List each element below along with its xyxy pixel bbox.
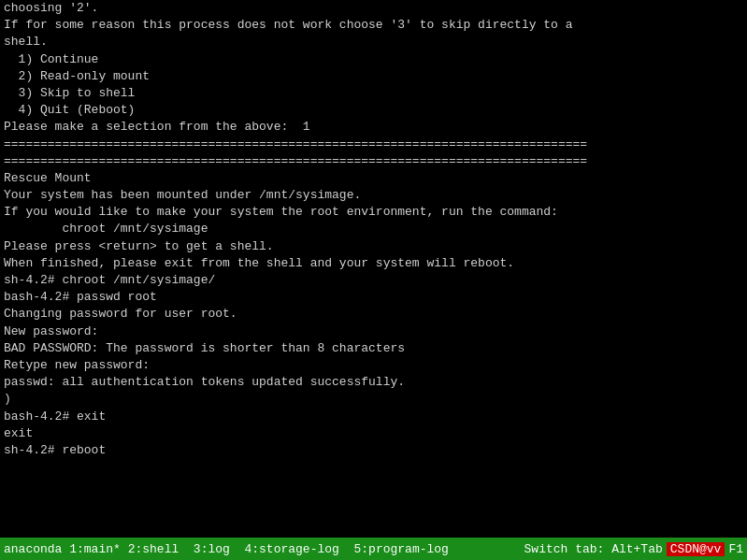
brand-label: CSDN@vv [667,542,725,556]
terminal-line: When finished, please exit from the shel… [4,255,743,272]
terminal-line: If for some reason this process does not… [4,17,743,34]
terminal-line: passwd: all authentication tokens update… [4,374,743,391]
terminal-line: Retype new password: [4,357,743,374]
terminal-line: Changing password for user root. [4,306,743,323]
terminal-line: 3) Skip to shell [4,85,743,102]
terminal-line: 2) Read-only mount [4,68,743,85]
wifi-label: F1 [728,542,743,556]
terminal-line: If you would like to make your system th… [4,204,743,221]
terminal-line: ========================================… [4,153,743,170]
terminal-line: Your system has been mounted under /mnt/… [4,187,743,204]
terminal-line: sh-4.2# chroot /mnt/sysimage/ [4,272,743,289]
terminal-line: Rescue Mount [4,170,743,187]
terminal-line: New password: [4,323,743,340]
terminal-line: Please press <return> to get a shell. [4,238,743,255]
status-tab-2[interactable]: 3:log [179,542,230,556]
terminal-line: Please make a selection from the above: … [4,119,743,136]
terminal-line: ) [4,391,743,408]
terminal-line: shell. [4,34,743,50]
status-tab-4[interactable]: 5:program-log [339,542,449,556]
statusbar-tabs: anaconda 1:main* 2:shell 3:log 4:storage… [4,542,524,556]
status-tab-0[interactable]: anaconda 1:main* [4,542,121,556]
terminal-line: 4) Quit (Reboot) [4,102,743,119]
statusbar: anaconda 1:main* 2:shell 3:log 4:storage… [0,538,747,560]
terminal-line: sh-4.2# reboot [4,442,743,459]
terminal-line: ========================================… [4,136,743,153]
statusbar-right: Switch tab: Alt+Tab CSDN@vv F1 [524,542,743,556]
terminal-line: 1) Continue [4,51,743,68]
terminal-line: bash-4.2# passwd root [4,289,743,306]
terminal: choosing '2'.If for some reason this pro… [0,0,747,538]
status-tab-3[interactable]: 4:storage-log [230,542,339,556]
terminal-line: bash-4.2# exit [4,409,743,425]
terminal-line: exit [4,425,743,442]
switch-tab-hint: Switch tab: Alt+Tab [524,542,663,556]
terminal-line: chroot /mnt/sysimage [4,221,743,237]
terminal-line: BAD PASSWORD: The password is shorter th… [4,340,743,357]
terminal-line: choosing '2'. [4,0,743,17]
status-tab-1[interactable]: 2:shell [121,542,179,556]
